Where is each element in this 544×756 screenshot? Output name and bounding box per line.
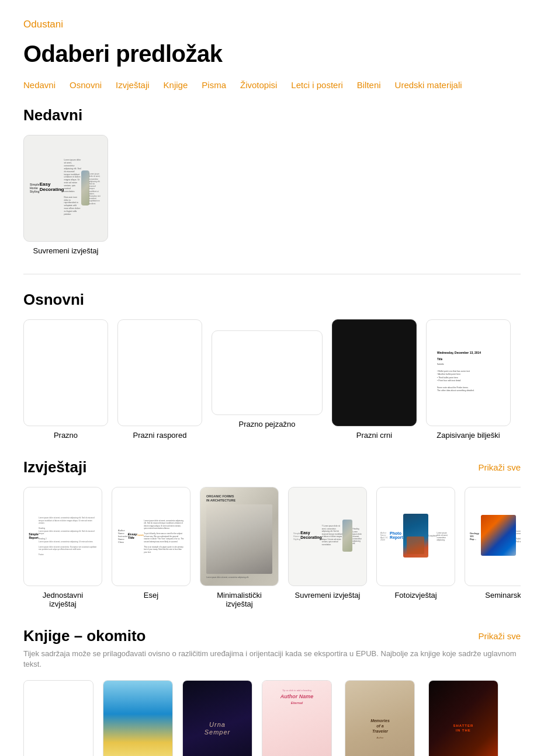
thumb-book-desert: Author Name Desert Dunes	[103, 680, 173, 756]
template-prazni-crni[interactable]: Prazni crni	[332, 319, 417, 440]
basic-templates-row: Prazno Prazni raspored Prazno pejzažno P…	[23, 319, 521, 440]
books-section: Knjige – okomito Prikaži sve Tijek sadrž…	[23, 627, 521, 756]
tab-letci[interactable]: Letci i posteri	[291, 80, 342, 90]
template-book-pink[interactable]: Tip or click to add a heading Author Nam…	[262, 680, 332, 756]
thumb-jednostavni: Simple Report Lorem ipsum dolor sit amet…	[23, 487, 102, 586]
label-minimalisticki: Minimalističkiizvještaj	[217, 591, 262, 608]
reports-templates-row: Simple Report Lorem ipsum dolor sit amet…	[23, 487, 521, 608]
thumb-fotoizvjestaj: Author Name · April 14, 2020 Photo Repor…	[376, 487, 455, 586]
books-show-all[interactable]: Prikaži sve	[478, 631, 521, 641]
tab-bar: Nedavni Osnovni Izvještaji Knjige Pisma …	[23, 80, 521, 90]
template-prazno-pejzazno[interactable]: Prazno pejzažno	[212, 319, 323, 440]
template-label-suvremeni: Suvremeni izvještaj	[33, 246, 99, 255]
thumb-book-traveler: Memoriesof aTraveler Author	[345, 680, 415, 756]
books-templates-row: Author Name Desert Dunes Desert Dunes Ur…	[23, 680, 521, 756]
tab-bilteni[interactable]: Bilteni	[357, 80, 381, 90]
template-book-dark[interactable]: UrnaSemper Urna Semper	[182, 680, 252, 756]
main-page: Odustani Odaberi predložak Nedavni Osnov…	[0, 0, 544, 756]
tab-pisma[interactable]: Pisma	[202, 80, 226, 90]
basic-section-title: Osnovni	[23, 291, 521, 309]
thumb-prazni-raspored	[117, 319, 202, 426]
page-title: Odaberi predložak	[23, 41, 521, 67]
label-suvremeni-report: Suvremeni izvještaj	[295, 591, 361, 600]
basic-section: Osnovni Prazno Prazni raspored Prazno pe…	[23, 291, 521, 440]
divider-1	[23, 274, 521, 274]
thumb-zapisivanje: Wednesday, December 13, 2014 Title Subti…	[426, 319, 511, 426]
recent-templates-row: Simple Home Styling Easy Decorating Lore…	[23, 135, 521, 255]
thumb-suvremeni-report: Simple Home Styling Easy Decorating T Lo…	[288, 487, 367, 586]
template-seminarski[interactable]: Geology 101 Rep... Lorem ipsum dolor sit…	[465, 487, 521, 608]
cancel-button[interactable]: Odustani	[23, 19, 63, 30]
template-esej[interactable]: Author NameInstructor NameClass Essay Ti…	[112, 487, 190, 608]
recent-section: Nedavni Simple Home Styling Easy Decorat…	[23, 106, 521, 255]
books-section-header: Knjige – okomito Prikaži sve	[23, 627, 521, 645]
tab-nedavni[interactable]: Nedavni	[23, 80, 56, 90]
reports-section-title: Izvještaji	[23, 458, 86, 476]
tab-uredski[interactable]: Uredski materijali	[395, 80, 462, 90]
thumb-book-dark: UrnaSemper	[182, 680, 252, 756]
reports-section-header: Izvještaji Prikaži sve	[23, 458, 521, 476]
thumb-book-blank	[23, 680, 93, 756]
reports-show-all[interactable]: Prikaži sve	[478, 462, 521, 472]
label-prazni-crni: Prazni crni	[356, 431, 392, 440]
books-section-desc: Tijek sadržaja može se prilagođavati ovi…	[23, 649, 521, 670]
template-suvremeni-izvjestaj[interactable]: Simple Home Styling Easy Decorating Lore…	[23, 135, 108, 255]
label-prazni-raspored: Prazni raspored	[133, 431, 187, 440]
label-prazno-pejzazno: Prazno pejzažno	[239, 420, 296, 428]
label-esej: Esej	[144, 591, 158, 600]
template-suvremeni-report[interactable]: Simple Home Styling Easy Decorating T Lo…	[288, 487, 367, 608]
label-jednostavni: Jednostavniizvještaj	[43, 591, 83, 608]
label-seminarski: Seminarski	[485, 591, 521, 600]
thumb-seminarski: Geology 101 Rep... Lorem ipsum dolor sit…	[465, 487, 521, 586]
label-prazno: Prazno	[54, 431, 78, 440]
tab-zivotopisi[interactable]: Životopisi	[240, 80, 277, 90]
template-minimalisticki[interactable]: ORGANIC FORMSIN ARCHITECTURE Lorem ipsum…	[200, 487, 279, 608]
thumb-book-shatter: SHATTERIN THE	[428, 680, 498, 756]
thumb-esej: Author NameInstructor NameClass Essay Ti…	[112, 487, 190, 586]
recent-section-title: Nedavni	[23, 106, 521, 124]
template-book-traveler[interactable]: Memoriesof aTraveler Author Memories of …	[341, 680, 419, 756]
thumb-book-pink: Tip or click to add a heading Author Nam…	[262, 680, 332, 756]
label-fotoizvjestaj: Fotoizvještaj	[394, 591, 436, 600]
template-prazni-raspored[interactable]: Prazni raspored	[117, 319, 202, 440]
thumb-prazni-crni	[332, 319, 417, 426]
tab-knjige[interactable]: Knjige	[164, 80, 188, 90]
thumb-minimalisticki: ORGANIC FORMSIN ARCHITECTURE Lorem ipsum…	[200, 487, 279, 586]
template-zapisivanje[interactable]: Wednesday, December 13, 2014 Title Subti…	[426, 319, 511, 440]
template-thumb-suvremeni: Simple Home Styling Easy Decorating Lore…	[23, 135, 108, 242]
tab-izvjestaji[interactable]: Izvještaji	[116, 80, 150, 90]
template-fotoizvjestaj[interactable]: Author Name · April 14, 2020 Photo Repor…	[376, 487, 455, 608]
template-book-shatter[interactable]: SHATTERIN THE SHATTER IN THE	[428, 680, 498, 756]
books-section-title: Knjige – okomito	[23, 627, 145, 645]
template-book-desert[interactable]: Author Name Desert Dunes Desert Dunes	[103, 680, 173, 756]
tab-osnovni[interactable]: Osnovni	[70, 80, 102, 90]
template-prazno[interactable]: Prazno	[23, 319, 108, 440]
thumb-prazno	[23, 319, 108, 426]
thumb-prazno-pejzazno	[212, 330, 323, 415]
reports-section: Izvještaji Prikaži sve Simple Report Lor…	[23, 458, 521, 608]
label-zapisivanje: Zapisivanje bilješki	[436, 431, 500, 440]
template-book-blank[interactable]	[23, 680, 93, 756]
template-jednostavni[interactable]: Simple Report Lorem ipsum dolor sit amet…	[23, 487, 102, 608]
